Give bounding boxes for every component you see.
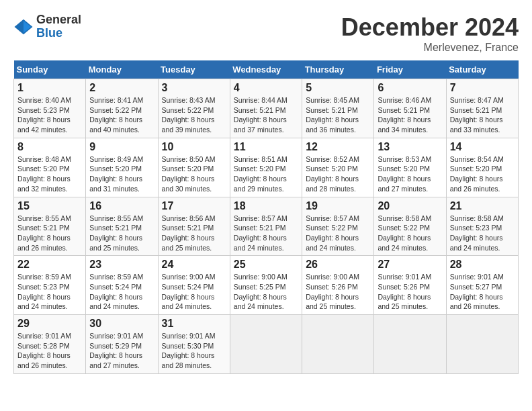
- calendar-cell: 31Sunrise: 9:01 AMSunset: 5:30 PMDayligh…: [158, 315, 230, 374]
- weekday-header: Thursday: [302, 60, 374, 79]
- calendar-cell: 4Sunrise: 8:44 AMSunset: 5:21 PMDaylight…: [230, 79, 302, 138]
- calendar-week-row: 8Sunrise: 8:48 AMSunset: 5:20 PMDaylight…: [14, 138, 519, 197]
- cell-info: Sunrise: 8:46 AMSunset: 5:21 PMDaylight:…: [378, 96, 431, 134]
- cell-info: Sunrise: 9:01 AMSunset: 5:30 PMDaylight:…: [162, 332, 216, 369]
- day-number: 24: [162, 259, 226, 271]
- day-number: 14: [450, 141, 515, 153]
- day-number: 28: [450, 259, 515, 271]
- calendar-cell: 17Sunrise: 8:56 AMSunset: 5:21 PMDayligh…: [158, 197, 230, 256]
- day-number: 12: [306, 141, 370, 153]
- cell-info: Sunrise: 8:53 AMSunset: 5:20 PMDaylight:…: [378, 155, 431, 193]
- logo-general: General: [36, 13, 81, 27]
- calendar-cell: 22Sunrise: 8:59 AMSunset: 5:23 PMDayligh…: [14, 256, 86, 315]
- cell-info: Sunrise: 8:45 AMSunset: 5:21 PMDaylight:…: [306, 96, 359, 134]
- day-number: 26: [306, 259, 370, 271]
- day-number: 25: [234, 259, 298, 271]
- logo: General Blue: [13, 13, 81, 40]
- cell-info: Sunrise: 9:01 AMSunset: 5:28 PMDaylight:…: [17, 332, 71, 369]
- calendar-cell: 14Sunrise: 8:54 AMSunset: 5:20 PMDayligh…: [446, 138, 518, 197]
- cell-info: Sunrise: 8:58 AMSunset: 5:22 PMDaylight:…: [378, 214, 431, 252]
- weekday-header-row: SundayMondayTuesdayWednesdayThursdayFrid…: [14, 60, 519, 79]
- cell-info: Sunrise: 8:59 AMSunset: 5:23 PMDaylight:…: [17, 273, 71, 310]
- day-number: 18: [234, 200, 298, 212]
- day-number: 31: [162, 318, 226, 330]
- day-number: 29: [17, 318, 82, 330]
- cell-info: Sunrise: 8:57 AMSunset: 5:21 PMDaylight:…: [234, 214, 287, 252]
- cell-info: Sunrise: 9:00 AMSunset: 5:24 PMDaylight:…: [162, 273, 216, 310]
- day-number: 17: [162, 200, 226, 212]
- day-number: 30: [89, 318, 154, 330]
- day-number: 3: [162, 82, 226, 94]
- cell-info: Sunrise: 9:00 AMSunset: 5:26 PMDaylight:…: [306, 273, 359, 310]
- calendar-cell: [374, 315, 446, 374]
- calendar-cell: 9Sunrise: 8:49 AMSunset: 5:20 PMDaylight…: [86, 138, 158, 197]
- weekday-header: Wednesday: [230, 60, 302, 79]
- calendar-cell: 2Sunrise: 8:41 AMSunset: 5:22 PMDaylight…: [86, 79, 158, 138]
- calendar-cell: 18Sunrise: 8:57 AMSunset: 5:21 PMDayligh…: [230, 197, 302, 256]
- calendar-table: SundayMondayTuesdayWednesdayThursdayFrid…: [13, 60, 519, 374]
- logo-icon: [13, 17, 34, 37]
- cell-info: Sunrise: 8:58 AMSunset: 5:23 PMDaylight:…: [450, 214, 504, 252]
- cell-info: Sunrise: 8:55 AMSunset: 5:21 PMDaylight:…: [17, 214, 71, 252]
- cell-info: Sunrise: 8:52 AMSunset: 5:20 PMDaylight:…: [306, 155, 359, 193]
- weekday-header: Tuesday: [158, 60, 230, 79]
- day-number: 27: [378, 259, 442, 271]
- calendar-cell: 30Sunrise: 9:01 AMSunset: 5:29 PMDayligh…: [86, 315, 158, 374]
- calendar-cell: 6Sunrise: 8:46 AMSunset: 5:21 PMDaylight…: [374, 79, 446, 138]
- day-number: 15: [17, 200, 82, 212]
- cell-info: Sunrise: 8:59 AMSunset: 5:24 PMDaylight:…: [89, 273, 143, 310]
- cell-info: Sunrise: 9:01 AMSunset: 5:27 PMDaylight:…: [450, 273, 504, 310]
- cell-info: Sunrise: 8:43 AMSunset: 5:22 PMDaylight:…: [162, 96, 216, 134]
- cell-info: Sunrise: 8:49 AMSunset: 5:20 PMDaylight:…: [89, 155, 143, 193]
- day-number: 20: [378, 200, 442, 212]
- cell-info: Sunrise: 8:48 AMSunset: 5:20 PMDaylight:…: [17, 155, 71, 193]
- calendar-cell: 16Sunrise: 8:55 AMSunset: 5:21 PMDayligh…: [86, 197, 158, 256]
- calendar-cell: 25Sunrise: 9:00 AMSunset: 5:25 PMDayligh…: [230, 256, 302, 315]
- day-number: 21: [450, 200, 515, 212]
- calendar-cell: 28Sunrise: 9:01 AMSunset: 5:27 PMDayligh…: [446, 256, 518, 315]
- cell-info: Sunrise: 8:41 AMSunset: 5:22 PMDaylight:…: [89, 96, 143, 134]
- day-number: 5: [306, 82, 370, 94]
- cell-info: Sunrise: 8:50 AMSunset: 5:20 PMDaylight:…: [162, 155, 216, 193]
- calendar-cell: [446, 315, 518, 374]
- day-number: 13: [378, 141, 442, 153]
- cell-info: Sunrise: 9:01 AMSunset: 5:26 PMDaylight:…: [378, 273, 431, 310]
- calendar-cell: 21Sunrise: 8:58 AMSunset: 5:23 PMDayligh…: [446, 197, 518, 256]
- title-area: December 2024 Merlevenez, France: [341, 13, 519, 54]
- day-number: 22: [17, 259, 82, 271]
- weekday-header: Saturday: [446, 60, 518, 79]
- day-number: 23: [89, 259, 154, 271]
- calendar-week-row: 15Sunrise: 8:55 AMSunset: 5:21 PMDayligh…: [14, 197, 519, 256]
- weekday-header: Monday: [86, 60, 158, 79]
- calendar-cell: 5Sunrise: 8:45 AMSunset: 5:21 PMDaylight…: [302, 79, 374, 138]
- weekday-header: Friday: [374, 60, 446, 79]
- cell-info: Sunrise: 8:44 AMSunset: 5:21 PMDaylight:…: [234, 96, 287, 134]
- calendar-cell: 13Sunrise: 8:53 AMSunset: 5:20 PMDayligh…: [374, 138, 446, 197]
- calendar-week-row: 22Sunrise: 8:59 AMSunset: 5:23 PMDayligh…: [14, 256, 519, 315]
- cell-info: Sunrise: 8:40 AMSunset: 5:23 PMDaylight:…: [17, 96, 71, 134]
- day-number: 19: [306, 200, 370, 212]
- calendar-cell: 24Sunrise: 9:00 AMSunset: 5:24 PMDayligh…: [158, 256, 230, 315]
- cell-info: Sunrise: 9:00 AMSunset: 5:25 PMDaylight:…: [234, 273, 287, 310]
- calendar-cell: 20Sunrise: 8:58 AMSunset: 5:22 PMDayligh…: [374, 197, 446, 256]
- cell-info: Sunrise: 8:51 AMSunset: 5:20 PMDaylight:…: [234, 155, 287, 193]
- calendar-cell: 10Sunrise: 8:50 AMSunset: 5:20 PMDayligh…: [158, 138, 230, 197]
- cell-info: Sunrise: 8:55 AMSunset: 5:21 PMDaylight:…: [89, 214, 143, 252]
- day-number: 10: [162, 141, 226, 153]
- calendar-cell: 7Sunrise: 8:47 AMSunset: 5:21 PMDaylight…: [446, 79, 518, 138]
- calendar-cell: 3Sunrise: 8:43 AMSunset: 5:22 PMDaylight…: [158, 79, 230, 138]
- calendar-cell: 19Sunrise: 8:57 AMSunset: 5:22 PMDayligh…: [302, 197, 374, 256]
- weekday-header: Sunday: [14, 60, 86, 79]
- calendar-cell: 26Sunrise: 9:00 AMSunset: 5:26 PMDayligh…: [302, 256, 374, 315]
- calendar-cell: 15Sunrise: 8:55 AMSunset: 5:21 PMDayligh…: [14, 197, 86, 256]
- calendar-cell: [302, 315, 374, 374]
- calendar-cell: 27Sunrise: 9:01 AMSunset: 5:26 PMDayligh…: [374, 256, 446, 315]
- calendar-week-row: 1Sunrise: 8:40 AMSunset: 5:23 PMDaylight…: [14, 79, 519, 138]
- month-title: December 2024: [341, 13, 519, 42]
- calendar-cell: [230, 315, 302, 374]
- day-number: 9: [89, 141, 154, 153]
- cell-info: Sunrise: 8:54 AMSunset: 5:20 PMDaylight:…: [450, 155, 504, 193]
- calendar-cell: 23Sunrise: 8:59 AMSunset: 5:24 PMDayligh…: [86, 256, 158, 315]
- cell-info: Sunrise: 8:57 AMSunset: 5:22 PMDaylight:…: [306, 214, 359, 252]
- calendar-cell: 1Sunrise: 8:40 AMSunset: 5:23 PMDaylight…: [14, 79, 86, 138]
